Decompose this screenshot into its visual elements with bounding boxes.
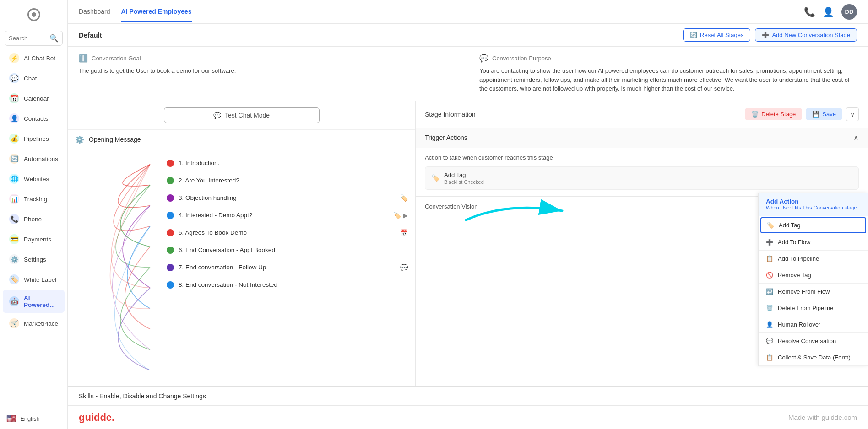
- reset-icon: 🔄: [690, 32, 697, 38]
- delete-icon: 🗑️: [751, 111, 759, 118]
- sidebar-item-settings[interactable]: ⚙️ Settings: [3, 250, 65, 269]
- user-avatar[interactable]: DD: [841, 4, 857, 20]
- tab-dashboard[interactable]: Dashboard: [79, 1, 110, 22]
- sidebar-item-label: Pipelines: [24, 135, 49, 142]
- stage-panel: Stage Information 🗑️ Delete Stage 💾 Save…: [416, 101, 868, 387]
- flow-item-label: 3. Objection handling: [179, 194, 396, 201]
- tracking-icon: 📊: [9, 194, 19, 204]
- purpose-icon: 💬: [479, 54, 488, 63]
- payments-icon: 💳: [9, 234, 19, 244]
- conversation-purpose-card: 💬 Conversation Purpose You are contactin…: [468, 47, 868, 101]
- page-header: Default 🔄 Reset All Stages ➕ Add New Con…: [68, 24, 868, 47]
- top-nav-right: 📞 👤 DD: [804, 4, 857, 20]
- flow-dot: [167, 281, 174, 289]
- search-bar[interactable]: 🔍: [5, 31, 63, 46]
- test-chat-mode-button[interactable]: 💬 Test Chat Mode: [164, 107, 320, 123]
- language-flag: 🇺🇸: [6, 413, 16, 424]
- flow-panel-toolbar: 💬 Test Chat Mode: [68, 101, 415, 130]
- action-list-icon: 🚫: [766, 272, 773, 279]
- action-item-resolve-conversation[interactable]: 💬 Resolve Conversation: [759, 333, 868, 349]
- bottom-bar-text: Skills - Enable, Disable and Change Sett…: [79, 392, 206, 400]
- marketplace-icon: 🛒: [9, 318, 19, 328]
- sidebar-item-marketplace[interactable]: 🛒 MarketPlace: [3, 314, 65, 333]
- action-list-icon: 🗑️: [766, 305, 773, 311]
- flow-item-label: 2. Are You Interested?: [179, 177, 403, 184]
- action-list-label: Collect & Save Data (Form): [778, 354, 851, 361]
- trigger-header[interactable]: Trigger Actions ∧: [416, 128, 868, 148]
- flow-item[interactable]: 8. End conversation - Not Interested: [159, 276, 415, 294]
- flow-item-icon: 💬: [400, 264, 408, 271]
- chat-icon: 💬: [213, 112, 221, 119]
- sidebar-item-contacts[interactable]: 👤 Contacts: [3, 109, 65, 128]
- sidebar-item-label: Tracking: [24, 196, 47, 203]
- sidebar-item-label: Contacts: [24, 115, 48, 122]
- search-input[interactable]: [9, 35, 47, 42]
- flow-arcs: [68, 150, 159, 387]
- save-button[interactable]: 💾 Save: [806, 108, 842, 120]
- sidebar-item-calendar[interactable]: 📅 Calendar: [3, 89, 65, 108]
- flow-item[interactable]: 3. Objection handling 🏷️: [159, 189, 415, 207]
- add-icon: ➕: [762, 32, 769, 38]
- sidebar-item-automations[interactable]: 🔄 Automations: [3, 149, 65, 168]
- existing-action-item[interactable]: 🏷️ Add Tag Blacklist Checked: [425, 166, 859, 190]
- action-item-add-to-flow[interactable]: ➕ Add To Flow: [759, 234, 868, 251]
- action-item-human-rollover[interactable]: 👤 Human Rollover: [759, 316, 868, 333]
- sidebar-item-ai-chat-bot[interactable]: ⚡ AI Chat Bot: [3, 48, 65, 68]
- add-action-title: Add Action: [766, 198, 861, 205]
- tab-ai-powered-employees[interactable]: AI Powered Employees: [121, 1, 192, 22]
- flow-dot: [167, 229, 174, 236]
- action-item-collect-save-data[interactable]: 📋 Collect & Save Data (Form): [759, 349, 868, 366]
- page-content: Default 🔄 Reset All Stages ➕ Add New Con…: [68, 24, 868, 405]
- sidebar: 🔍 ⚡ AI Chat Bot 💬 Chat 📅 Calendar 👤 Cont…: [0, 0, 68, 429]
- action-item-add-tag[interactable]: 🏷️ Add Tag: [760, 217, 866, 233]
- action-item-delete-from-pipeline[interactable]: 🗑️ Delete From Pipeline: [759, 300, 868, 316]
- flow-item[interactable]: 2. Are You Interested?: [159, 172, 415, 189]
- sidebar-item-label: AI Chat Bot: [24, 55, 55, 62]
- sidebar-item-payments[interactable]: 💳 Payments: [3, 230, 65, 249]
- sidebar-item-phone[interactable]: 📞 Phone: [3, 209, 65, 229]
- sidebar-item-tracking[interactable]: 📊 Tracking: [3, 189, 65, 209]
- action-list-label: Remove Tag: [778, 272, 811, 279]
- tag-icon: 🏷️: [432, 174, 439, 182]
- action-list-label: Add Tag: [779, 222, 800, 229]
- flow-item[interactable]: 7. End conversation - Follow Up 💬: [159, 259, 415, 276]
- flow-item[interactable]: 1. Introduction.: [159, 155, 415, 172]
- action-list-label: Add To Pipeline: [778, 255, 819, 262]
- reset-all-stages-button[interactable]: 🔄 Reset All Stages: [683, 28, 750, 42]
- chat-icon: 💬: [9, 73, 19, 83]
- flow-list: 1. Introduction. 2. Are You Interested? …: [68, 150, 415, 387]
- action-item-remove-from-flow[interactable]: ↩️ Remove From Flow: [759, 284, 868, 300]
- add-new-conversation-stage-button[interactable]: ➕ Add New Conversation Stage: [755, 28, 857, 42]
- sidebar-item-websites[interactable]: 🌐 Websites: [3, 169, 65, 188]
- sidebar-item-pipelines[interactable]: 💰 Pipelines: [3, 129, 65, 148]
- conversation-goal-card: ℹ️ Conversation Goal The goal is to get …: [68, 47, 468, 101]
- phone-icon[interactable]: 📞: [804, 6, 815, 17]
- action-list-icon: ➕: [766, 239, 773, 246]
- delete-stage-button[interactable]: 🗑️ Delete Stage: [745, 108, 802, 120]
- sidebar-logo: [0, 0, 67, 26]
- sidebar-item-chat[interactable]: 💬 Chat: [3, 69, 65, 88]
- user-icon[interactable]: 👤: [823, 6, 834, 17]
- expand-button[interactable]: ∨: [846, 107, 859, 121]
- phone-icon: 📞: [9, 214, 19, 224]
- sidebar-item-ai-powered[interactable]: 🤖 AI Powered...: [3, 290, 65, 313]
- flow-item[interactable]: 6. End Conversation - Appt Booked: [159, 241, 415, 259]
- action-item-text: Add Tag Blacklist Checked: [444, 172, 484, 185]
- action-item-add-to-pipeline[interactable]: 📋 Add To Pipeline: [759, 251, 868, 267]
- search-icon[interactable]: 🔍: [49, 34, 59, 43]
- sidebar-item-white-label[interactable]: 🏷️ White Label: [3, 270, 65, 289]
- top-nav: Dashboard AI Powered Employees 📞 👤 DD: [68, 0, 868, 24]
- ai-chat-bot-icon: ⚡: [9, 53, 19, 63]
- footer-made-with: Made with guidde.com: [788, 413, 857, 421]
- flow-item[interactable]: 5. Agrees To Book Demo 📅: [159, 224, 415, 241]
- page-title: Default: [79, 31, 102, 39]
- flow-item[interactable]: 4. Interested - Demo Appt? 🏷️▶: [159, 207, 415, 224]
- trigger-title: Trigger Actions: [425, 134, 467, 141]
- flow-item-icons: 🏷️▶: [393, 212, 408, 219]
- settings-icon[interactable]: ⚙️: [75, 135, 84, 144]
- action-list-icon: 📋: [766, 255, 773, 262]
- flow-item-label: 4. Interested - Demo Appt?: [179, 212, 389, 219]
- action-item-remove-tag[interactable]: 🚫 Remove Tag: [759, 267, 868, 284]
- flow-item-icon: 🏷️: [393, 212, 401, 219]
- sidebar-item-label: Automations: [24, 156, 58, 162]
